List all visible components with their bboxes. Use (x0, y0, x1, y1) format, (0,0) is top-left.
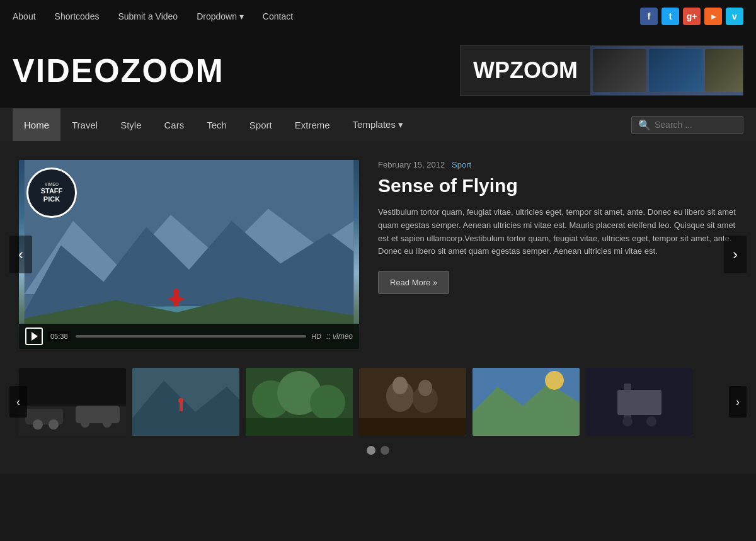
svg-point-15 (49, 419, 59, 430)
banner-ad-text: WPZOOM (461, 57, 590, 84)
ad-thumb-3 (705, 49, 743, 92)
thumbnail-strip: ‹ (19, 368, 737, 436)
svg-point-30 (392, 377, 408, 394)
rss-icon[interactable]: ▸ (704, 8, 722, 25)
nav-templates[interactable]: Templates ▾ (341, 108, 415, 141)
slider-next-button[interactable]: › (724, 236, 747, 273)
ad-thumb-2 (649, 49, 702, 92)
nav-travel[interactable]: Travel (60, 108, 109, 141)
nav-cars[interactable]: Cars (153, 108, 196, 141)
svg-point-31 (418, 380, 432, 396)
video-description: Vestibulum tortor quam, feugiat vitae, u… (378, 206, 737, 258)
search-bar[interactable]: 🔍 (631, 116, 743, 134)
video-category[interactable]: Sport (452, 160, 471, 169)
facebook-icon[interactable]: f (640, 8, 658, 25)
svg-point-40 (646, 416, 656, 426)
banner-ad-image (590, 46, 743, 95)
thumb-item-1[interactable] (19, 368, 126, 436)
svg-point-16 (81, 419, 89, 428)
dot-2[interactable] (381, 446, 389, 455)
nav-shortcodes[interactable]: Shortcodes (55, 11, 100, 21)
nav-contact[interactable]: Contact (263, 11, 293, 21)
slider-container: ‹ (19, 160, 737, 349)
nav-about[interactable]: About (13, 11, 36, 21)
thumb-1-svg (19, 368, 126, 436)
pick-label: PICK (43, 195, 60, 203)
nav-submit-video[interactable]: Submit a Video (118, 11, 178, 21)
thumb-3-svg (246, 368, 353, 436)
svg-point-25 (310, 385, 345, 420)
svg-rect-20 (180, 402, 183, 411)
video-progress-bar[interactable] (76, 335, 307, 338)
thumb-2-svg (132, 368, 239, 436)
svg-rect-38 (617, 390, 662, 415)
thumb-item-2[interactable] (132, 368, 239, 436)
hd-label: HD (311, 333, 321, 340)
search-input[interactable] (655, 120, 736, 130)
banner-ad[interactable]: WPZOOM (460, 45, 743, 96)
video-title: Sense of Flying (378, 174, 737, 197)
slider-prev-button[interactable]: ‹ (9, 236, 32, 273)
svg-point-21 (178, 398, 183, 403)
svg-point-39 (622, 416, 633, 426)
vimeo-icon[interactable]: v (726, 8, 743, 25)
nav-home[interactable]: Home (13, 108, 60, 141)
google-plus-icon[interactable]: g+ (683, 8, 701, 25)
svg-point-7 (173, 288, 180, 295)
strip-next-button[interactable]: › (729, 386, 747, 418)
svg-point-35 (545, 371, 564, 390)
strip-prev-button[interactable]: ‹ (9, 386, 27, 418)
thumb-6-svg (586, 368, 693, 436)
thumb-strip-inner (19, 368, 737, 436)
nav-tech[interactable]: Tech (195, 108, 238, 141)
top-nav-links: About Shortcodes Submit a Video Dropdown… (13, 11, 293, 21)
social-icons: f t g+ ▸ v (640, 8, 743, 25)
site-header: VIDEOZOOM WPZOOM (0, 33, 756, 108)
video-duration: 05:38 (48, 331, 71, 341)
staff-label: STAFF (41, 187, 63, 195)
thumb-item-5[interactable] (472, 368, 580, 436)
play-button[interactable] (25, 327, 43, 345)
main-content: ‹ (0, 141, 756, 474)
vimeo-logo: :: vimeo (326, 332, 353, 341)
video-date: February 15, 2012 (378, 160, 445, 169)
slider-dots (19, 446, 737, 455)
svg-rect-32 (359, 418, 466, 436)
nav-sport[interactable]: Sport (238, 108, 284, 141)
twitter-icon[interactable]: t (662, 8, 679, 25)
video-controls-bar: 05:38 HD :: vimeo (19, 324, 359, 349)
thumb-item-3[interactable] (246, 368, 353, 436)
site-logo[interactable]: VIDEOZOOM (13, 52, 224, 89)
main-navigation: Home Travel Style Cars Tech Sport Extrem… (0, 108, 756, 141)
ad-thumb-1 (593, 49, 646, 92)
vimeo-label: vimeo (45, 182, 59, 187)
video-meta: February 15, 2012 Sport (378, 160, 737, 169)
staff-pick-badge: vimeo STAFF PICK (26, 168, 77, 218)
top-navigation: About Shortcodes Submit a Video Dropdown… (0, 0, 756, 33)
video-thumbnail[interactable]: vimeo STAFF PICK 05:38 HD :: vimeo (19, 160, 359, 349)
search-icon: 🔍 (638, 119, 651, 131)
video-info-panel: February 15, 2012 Sport Sense of Flying … (378, 160, 737, 349)
thumb-5-svg (472, 368, 580, 436)
dot-1[interactable] (367, 446, 375, 455)
nav-dropdown[interactable]: Dropdown ▾ (197, 11, 244, 21)
svg-rect-26 (246, 418, 353, 436)
thumb-item-4[interactable] (359, 368, 466, 436)
thumb-item-6[interactable] (586, 368, 693, 436)
svg-point-17 (103, 419, 112, 428)
read-more-button[interactable]: Read More » (378, 271, 449, 294)
nav-style[interactable]: Style (109, 108, 152, 141)
nav-extreme[interactable]: Extreme (284, 108, 341, 141)
thumb-4-svg (359, 368, 466, 436)
svg-point-14 (33, 419, 43, 430)
